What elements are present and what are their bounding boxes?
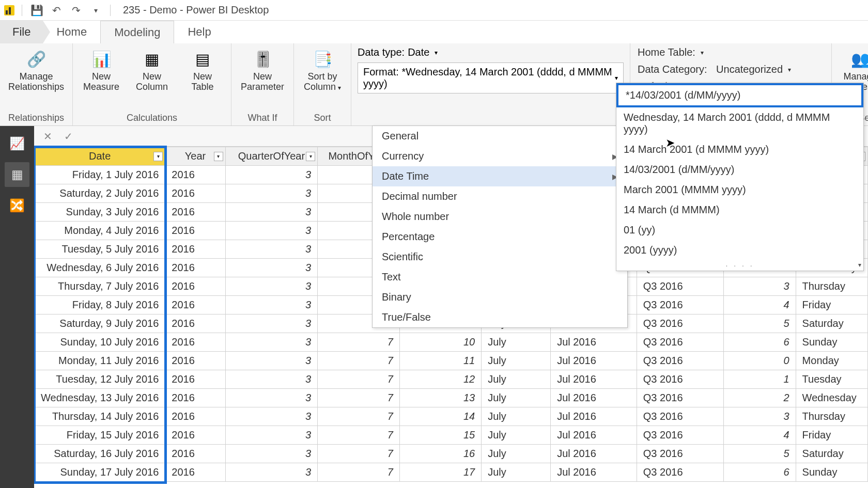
table-cell[interactable]: 3: [225, 166, 317, 184]
table-cell[interactable]: Thursday: [796, 277, 867, 296]
table-cell[interactable]: Q3 2016: [637, 370, 723, 389]
new-table-button[interactable]: ▤ New Table: [179, 46, 226, 92]
table-cell[interactable]: July: [482, 407, 551, 426]
format-menu-item[interactable]: General: [373, 126, 627, 146]
commit-icon[interactable]: ✓: [60, 129, 76, 144]
undo-icon[interactable]: ↶: [49, 3, 64, 18]
home-table-dropdown[interactable]: Home Table:▾: [638, 46, 824, 58]
table-cell[interactable]: 2016: [165, 407, 226, 426]
new-measure-button[interactable]: 📊 New Measure: [78, 46, 125, 92]
date-format-option[interactable]: 14/03/2001 (d/MM/yyyy): [616, 160, 863, 180]
table-cell[interactable]: Sunday: [796, 333, 867, 352]
table-cell[interactable]: Friday: [796, 426, 867, 445]
table-cell[interactable]: 3: [225, 222, 317, 240]
table-cell[interactable]: July: [482, 389, 551, 407]
table-cell[interactable]: Tuesday, 5 July 2016: [35, 240, 165, 259]
format-menu-item[interactable]: Text: [373, 267, 627, 287]
table-cell[interactable]: Jul 2016: [551, 333, 637, 352]
table-cell[interactable]: Jul 2016: [551, 407, 637, 426]
date-format-option[interactable]: 01 (yy): [616, 220, 863, 240]
table-cell[interactable]: Saturday: [796, 314, 867, 333]
table-cell[interactable]: 17: [399, 463, 481, 482]
save-icon[interactable]: 💾: [29, 3, 44, 18]
table-cell[interactable]: 3: [225, 333, 317, 352]
table-cell[interactable]: Q3 2016: [637, 463, 723, 482]
tab-home[interactable]: Home: [43, 21, 100, 43]
table-cell[interactable]: Q3 2016: [637, 445, 723, 463]
table-cell[interactable]: 3: [225, 203, 317, 222]
table-cell[interactable]: Jul 2016: [551, 463, 637, 482]
manage-relationships-button[interactable]: 🔗 Manage Relationships: [5, 46, 67, 92]
table-cell[interactable]: Thursday, 14 July 2016: [35, 407, 165, 426]
filter-dropdown-icon[interactable]: ▾: [306, 152, 315, 161]
new-column-button[interactable]: ▦ New Column: [129, 46, 175, 92]
table-cell[interactable]: Friday, 15 July 2016: [35, 426, 165, 445]
chevron-down-icon[interactable]: ▾: [435, 49, 438, 56]
table-cell[interactable]: July: [482, 352, 551, 370]
format-menu-item[interactable]: Date Time▶: [373, 166, 627, 186]
table-cell[interactable]: 2016: [165, 259, 226, 277]
table-cell[interactable]: Q3 2016: [637, 389, 723, 407]
data-view-button[interactable]: ▦: [5, 162, 29, 187]
table-cell[interactable]: Q3 2016: [637, 333, 723, 352]
table-cell[interactable]: Monday, 4 July 2016: [35, 222, 165, 240]
tab-help[interactable]: Help: [174, 21, 224, 43]
format-menu-item[interactable]: Binary: [373, 287, 627, 307]
table-cell[interactable]: 3: [225, 389, 317, 407]
table-cell[interactable]: Friday, 8 July 2016: [35, 296, 165, 314]
column-header[interactable]: Date▾: [35, 147, 165, 166]
table-cell[interactable]: Q3 2016: [637, 352, 723, 370]
cancel-icon[interactable]: ✕: [39, 129, 56, 144]
redo-icon[interactable]: ↷: [69, 3, 83, 18]
table-cell[interactable]: 5: [724, 314, 796, 333]
table-cell[interactable]: 7: [318, 370, 400, 389]
scroll-down-icon[interactable]: ▾: [858, 261, 861, 269]
table-cell[interactable]: Tuesday: [796, 370, 867, 389]
table-cell[interactable]: Wednesday, 13 July 2016: [35, 389, 165, 407]
table-cell[interactable]: 14: [399, 407, 481, 426]
table-cell[interactable]: 7: [318, 407, 400, 426]
table-cell[interactable]: July: [482, 370, 551, 389]
column-header[interactable]: Year▾: [165, 147, 226, 166]
table-cell[interactable]: Monday, 11 July 2016: [35, 352, 165, 370]
table-cell[interactable]: 15: [399, 426, 481, 445]
table-cell[interactable]: 10: [399, 333, 481, 352]
table-cell[interactable]: 3: [225, 463, 317, 482]
table-cell[interactable]: 3: [225, 184, 317, 203]
table-cell[interactable]: 7: [318, 463, 400, 482]
column-header[interactable]: QuarterOfYear▾: [225, 147, 317, 166]
table-cell[interactable]: Jul 2016: [551, 389, 637, 407]
date-format-option[interactable]: 2001 (yyyy): [616, 240, 863, 260]
table-cell[interactable]: Q3 2016: [637, 314, 723, 333]
table-row[interactable]: Saturday, 16 July 201620163716JulyJul 20…: [35, 445, 868, 463]
tab-modeling[interactable]: Modeling: [100, 21, 174, 43]
table-cell[interactable]: 1: [724, 370, 796, 389]
table-cell[interactable]: 3: [225, 407, 317, 426]
format-dropdown[interactable]: Format: *Wednesday, 14 March 2001 (dddd,…: [358, 62, 624, 93]
date-format-option[interactable]: March 2001 (MMMM yyyy): [616, 180, 863, 200]
table-cell[interactable]: Sunday, 10 July 2016: [35, 333, 165, 352]
table-cell[interactable]: Saturday, 2 July 2016: [35, 184, 165, 203]
table-cell[interactable]: 4: [724, 426, 796, 445]
table-cell[interactable]: 2016: [165, 370, 226, 389]
datatype-value[interactable]: Date: [408, 46, 429, 58]
filter-dropdown-icon[interactable]: ▾: [153, 152, 163, 161]
table-cell[interactable]: July: [482, 333, 551, 352]
date-format-option[interactable]: 14 March 2001 (d MMMM yyyy): [616, 139, 863, 160]
table-cell[interactable]: Saturday: [796, 445, 867, 463]
table-cell[interactable]: 12: [399, 370, 481, 389]
table-cell[interactable]: 2016: [165, 426, 226, 445]
format-menu-item[interactable]: Percentage: [373, 227, 627, 247]
table-cell[interactable]: 3: [225, 259, 317, 277]
format-menu-item[interactable]: Currency▶: [373, 146, 627, 166]
table-cell[interactable]: Wednesday: [796, 389, 867, 407]
table-cell[interactable]: 7: [318, 445, 400, 463]
table-cell[interactable]: 2016: [165, 445, 226, 463]
table-row[interactable]: Sunday, 10 July 201620163710JulyJul 2016…: [35, 333, 868, 352]
table-cell[interactable]: 3: [225, 314, 317, 333]
table-cell[interactable]: 3: [225, 296, 317, 314]
table-row[interactable]: Monday, 11 July 201620163711JulyJul 2016…: [35, 352, 868, 370]
table-cell[interactable]: 3: [724, 277, 796, 296]
table-cell[interactable]: 2016: [165, 333, 226, 352]
table-cell[interactable]: July: [482, 463, 551, 482]
